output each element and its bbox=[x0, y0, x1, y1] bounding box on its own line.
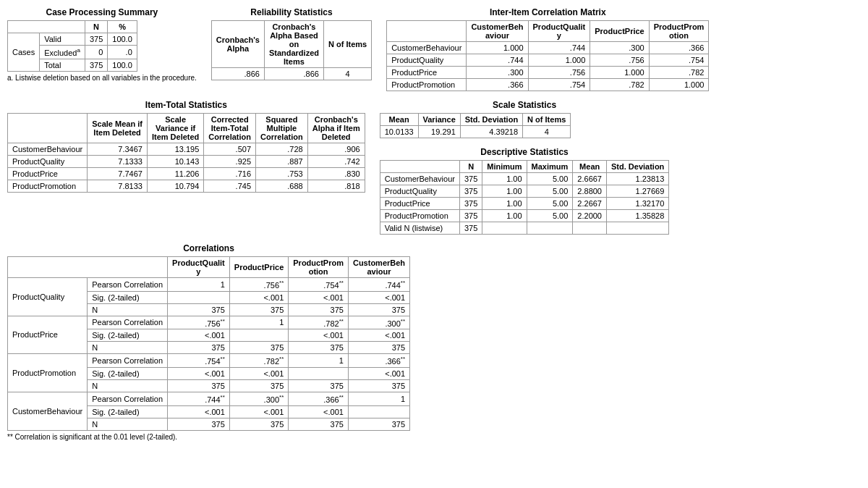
table-row: ProductPrice .300 .756 1.000 .782 bbox=[387, 67, 709, 79]
table-row: ProductQuality .744 1.000 .756 .754 bbox=[387, 54, 709, 67]
it-prodprice-label: ProductPrice bbox=[8, 168, 88, 180]
table-row: ProductQuality Pearson Correlation 1 .75… bbox=[8, 278, 410, 292]
reliability-table: Cronbach'sAlpha Cronbach'sAlpha BasedonS… bbox=[211, 20, 372, 80]
valid-label: Valid bbox=[40, 33, 85, 46]
it-prodqual-label: ProductQuality bbox=[8, 156, 88, 168]
item-total-section: Item-Total Statistics Scale Mean ifItem … bbox=[7, 100, 365, 193]
it-cronbach-header: Cronbach'sAlpha if ItemDeleted bbox=[307, 114, 365, 143]
corr-custbeh-header: CustomerBehaviour bbox=[348, 257, 409, 278]
excluded-n: 0 bbox=[85, 46, 107, 59]
corr-custbeh-label: CustomerBehaviour bbox=[8, 392, 88, 430]
ss-mean-header: Mean bbox=[380, 114, 418, 126]
inter-row-prodprom: ProductPromotion bbox=[387, 79, 467, 91]
alpha-val: .866 bbox=[211, 68, 264, 80]
it-custbeh-label: CustomerBehaviour bbox=[8, 143, 88, 156]
inter-row-custbeh: CustomerBehaviour bbox=[387, 42, 467, 54]
pct-header: % bbox=[108, 21, 137, 33]
middle-row: Item-Total Statistics Scale Mean ifItem … bbox=[7, 100, 861, 235]
case-processing-title: Case Processing Summary bbox=[7, 7, 197, 17]
table-row: CustomerBehaviour 375 1.00 5.00 2.6667 1… bbox=[380, 173, 669, 185]
correlations-section: Correlations ProductQuality ProductPrice… bbox=[7, 243, 410, 441]
table-row: ProductPromotion 7.8133 10.794 .745 .688… bbox=[8, 180, 365, 193]
it-prodprom-label: ProductPromotion bbox=[8, 180, 88, 193]
table-row: ProductQuality 7.1333 10.143 .925 .887 .… bbox=[8, 156, 365, 168]
reliability-section: Reliability Statistics Cronbach'sAlpha C… bbox=[211, 7, 372, 80]
cases-label: Cases bbox=[8, 33, 40, 72]
cronbach-alpha-based-header: Cronbach'sAlpha BasedonStandardizedItems bbox=[264, 21, 323, 68]
inter-prodqual-header: ProductQuality bbox=[528, 21, 590, 42]
excluded-pct: .0 bbox=[108, 46, 137, 59]
scale-stats-title: Scale Statistics bbox=[380, 100, 670, 110]
corr-prodprice-header: ProductPrice bbox=[229, 257, 288, 278]
ss-variance-header: Variance bbox=[418, 114, 460, 126]
correlations-title: Correlations bbox=[7, 243, 410, 253]
table-row: CustomerBehaviour 1.000 .744 .300 .366 bbox=[387, 42, 709, 54]
valid-pct: 100.0 bbox=[108, 33, 137, 46]
corr-prodprom-label: ProductPromotion bbox=[8, 354, 88, 392]
desc-n-header: N bbox=[459, 161, 482, 173]
it-scalevar-header: ScaleVariance ifItem Deleted bbox=[147, 114, 203, 143]
right-panels: Scale Statistics Mean Variance Std. Devi… bbox=[380, 100, 670, 235]
desc-stddev-header: Std. Deviation bbox=[607, 161, 669, 173]
corr-prodprice-label: ProductPrice bbox=[8, 316, 88, 354]
n-items-header: N of Items bbox=[323, 21, 371, 68]
inter-item-table: CustomerBehaviour ProductQuality Product… bbox=[386, 20, 709, 91]
table-row: ProductPrice Pearson Correlation .756** … bbox=[8, 316, 410, 329]
it-corrected-header: CorrectedItem-TotalCorrelation bbox=[204, 114, 256, 143]
excluded-label: Excludeda bbox=[40, 46, 85, 59]
descriptive-table: N Minimum Maximum Mean Std. Deviation Cu… bbox=[380, 160, 670, 235]
corr-empty-header bbox=[8, 257, 168, 278]
it-squared-header: SquaredMultipleCorrelation bbox=[256, 114, 308, 143]
ss-nitems-val: 4 bbox=[523, 126, 571, 138]
reliability-title: Reliability Statistics bbox=[211, 7, 372, 17]
correlations-table: ProductQuality ProductPrice ProductPromo… bbox=[7, 256, 410, 431]
item-total-title: Item-Total Statistics bbox=[7, 100, 365, 110]
case-processing-table: N % Cases Valid 375 100.0 Excludeda 0 .0 bbox=[7, 20, 137, 72]
page-container: Case Processing Summary N % Cases Valid … bbox=[7, 7, 861, 441]
total-pct: 100.0 bbox=[108, 59, 137, 71]
inter-empty-header bbox=[387, 21, 467, 42]
correlations-footnote: ** Correlation is significant at the 0.0… bbox=[7, 433, 410, 441]
cronbach-alpha-header: Cronbach'sAlpha bbox=[211, 21, 264, 68]
bottom-row: Correlations ProductQuality ProductPrice… bbox=[7, 243, 861, 441]
scale-stats-table: Mean Variance Std. Deviation N of Items … bbox=[380, 113, 571, 138]
inter-item-section: Inter-Item Correlation Matrix CustomerBe… bbox=[386, 7, 709, 91]
inter-prodprice-header: ProductPrice bbox=[590, 21, 649, 42]
alpha-based-val: .866 bbox=[264, 68, 323, 80]
desc-min-header: Minimum bbox=[482, 161, 527, 173]
ss-stddev-val: 4.39218 bbox=[460, 126, 522, 138]
table-row: Valid N (listwise) 375 bbox=[380, 222, 669, 235]
inter-row-prodqual: ProductQuality bbox=[387, 54, 467, 67]
inter-prodprom-header: ProductPromotion bbox=[649, 21, 709, 42]
table-row: .866 .866 4 bbox=[211, 68, 371, 80]
inter-custbeh-header: CustomerBehaviour bbox=[467, 21, 528, 42]
corr-prodqual-header: ProductQuality bbox=[168, 257, 230, 278]
inter-item-title: Inter-Item Correlation Matrix bbox=[386, 7, 709, 17]
total-n: 375 bbox=[85, 59, 107, 71]
case-processing-footnote: a. Listwise deletion based on all variab… bbox=[7, 74, 197, 82]
desc-mean-header: Mean bbox=[573, 161, 607, 173]
case-processing-section: Case Processing Summary N % Cases Valid … bbox=[7, 7, 197, 82]
it-scalemean-header: Scale Mean ifItem Deleted bbox=[88, 114, 148, 143]
scale-stats-section: Scale Statistics Mean Variance Std. Devi… bbox=[380, 100, 670, 138]
table-row: Cases Valid 375 100.0 bbox=[8, 33, 137, 46]
valid-n: 375 bbox=[85, 33, 107, 46]
table-row: ProductPrice 7.7467 11.206 .716 .753 .83… bbox=[8, 168, 365, 180]
inter-row-prodprice: ProductPrice bbox=[387, 67, 467, 79]
top-row: Case Processing Summary N % Cases Valid … bbox=[7, 7, 861, 91]
ss-variance-val: 19.291 bbox=[418, 126, 460, 138]
table-row: ProductQuality 375 1.00 5.00 2.8800 1.27… bbox=[380, 185, 669, 198]
desc-empty-header bbox=[380, 161, 459, 173]
table-row: CustomerBehaviour 7.3467 13.195 .507 .72… bbox=[8, 143, 365, 156]
corr-prodprom-header: ProductPromotion bbox=[289, 257, 349, 278]
total-label: Total bbox=[40, 59, 85, 71]
cases-header bbox=[8, 21, 85, 33]
ss-stddev-header: Std. Deviation bbox=[460, 114, 522, 126]
ss-mean-val: 10.0133 bbox=[380, 126, 418, 138]
table-row: CustomerBehaviour Pearson Correlation .7… bbox=[8, 392, 410, 405]
corr-prodqual-label: ProductQuality bbox=[8, 278, 88, 316]
descriptive-title: Descriptive Statistics bbox=[380, 147, 670, 157]
n-items-val: 4 bbox=[323, 68, 371, 80]
it-empty-header bbox=[8, 114, 88, 143]
ss-nitems-header: N of Items bbox=[523, 114, 571, 126]
